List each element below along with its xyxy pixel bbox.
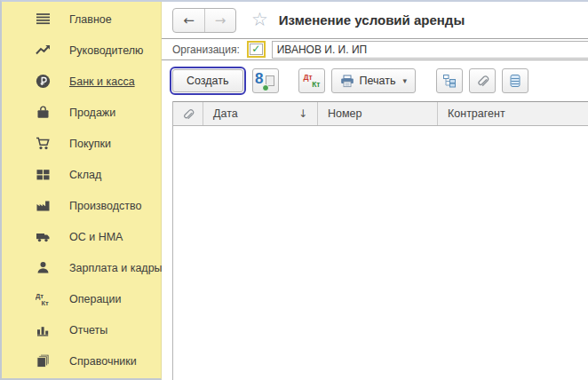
factory-icon xyxy=(36,198,57,213)
sidebar-item-proizvodstvo[interactable]: Производство xyxy=(2,190,161,221)
books-icon xyxy=(36,353,57,368)
history-nav: ← → xyxy=(172,8,236,33)
app-window: Главное Руководителю Банк и касса Продаж… xyxy=(0,0,588,380)
sidebar-item-glavnoe[interactable]: Главное xyxy=(2,4,161,35)
column-attachments[interactable] xyxy=(173,102,203,125)
truck-icon xyxy=(36,229,57,244)
column-number[interactable]: Номер xyxy=(318,102,438,125)
sidebar-item-pokupki[interactable]: Покупки xyxy=(2,128,161,159)
sidebar-item-label: Продажи xyxy=(69,107,115,119)
data-list-icon xyxy=(509,74,521,88)
menu-icon xyxy=(36,12,57,27)
sidebar-item-os-i-nma[interactable]: ОС и НМА xyxy=(2,221,161,252)
barchart-icon xyxy=(36,322,57,337)
favorite-star-icon[interactable]: ☆ xyxy=(251,11,268,29)
sidebar-item-label: Справочники xyxy=(69,355,137,368)
sidebar-item-label: Склад xyxy=(69,169,101,181)
register-list-button[interactable] xyxy=(502,68,528,93)
paperclip-icon xyxy=(475,74,489,88)
sidebar: Главное Руководителю Банк и касса Продаж… xyxy=(2,2,162,380)
document-structure-icon xyxy=(442,74,457,88)
dtkt-icon: Дт Кт xyxy=(303,72,321,90)
printer-icon xyxy=(340,75,354,88)
create-based-on-icon: 8 xyxy=(255,73,275,90)
dropdown-caret-icon: ▾ xyxy=(402,76,407,85)
sidebar-item-rukovoditelyu[interactable]: Руководителю xyxy=(2,35,161,66)
column-date[interactable]: Дата ↓ xyxy=(203,102,318,125)
sidebar-item-bank-i-kassa[interactable]: Банк и касса xyxy=(2,66,161,97)
sidebar-item-label: Покупки xyxy=(69,138,111,150)
toolbar: Создать 8 Дт Кт xyxy=(162,60,588,101)
column-date-label: Дата xyxy=(213,107,238,120)
sort-descending-icon: ↓ xyxy=(298,107,307,120)
print-button[interactable]: Печать ▾ xyxy=(331,68,416,93)
svg-text:Кт: Кт xyxy=(42,299,50,307)
person-icon xyxy=(36,260,57,275)
sidebar-item-zarplata-i-kadry[interactable]: Зарплата и кадры xyxy=(2,252,161,283)
main-panel: ← → ☆ Изменение условий аренды Организац… xyxy=(162,2,588,380)
sidebar-item-label: Отчеты xyxy=(69,324,107,336)
sidebar-item-label: Руководителю xyxy=(69,44,143,57)
column-counterparty[interactable]: Контрагент xyxy=(438,102,588,125)
sidebar-item-prodazhi[interactable]: Продажи xyxy=(2,97,161,128)
ruble-icon xyxy=(36,74,57,89)
paperclip-icon xyxy=(181,107,195,121)
page-title: Изменение условий аренды xyxy=(279,12,465,28)
create-based-on-button[interactable]: 8 xyxy=(252,68,279,93)
forward-button[interactable]: → xyxy=(204,9,235,32)
dtkt-gray-icon: ДтКт xyxy=(36,291,57,306)
bag-icon xyxy=(36,105,57,120)
sidebar-item-sklad[interactable]: Склад xyxy=(2,159,161,190)
check-icon: ✓ xyxy=(250,44,263,55)
organization-row: Организация: ✓ xyxy=(162,39,588,60)
sidebar-item-label: ОС и НМА xyxy=(69,231,123,243)
attachments-button[interactable] xyxy=(469,68,496,93)
sidebar-item-otchety[interactable]: Отчеты xyxy=(2,314,161,345)
table-header: Дата ↓ Номер Контрагент xyxy=(173,101,588,126)
print-button-label: Печать xyxy=(360,75,396,87)
table-body[interactable] xyxy=(173,126,588,380)
trend-icon xyxy=(36,43,57,58)
organization-input[interactable] xyxy=(272,41,588,59)
sidebar-item-operatsii[interactable]: ДтКт Операции xyxy=(2,283,161,314)
sidebar-item-label: Главное xyxy=(69,13,112,26)
back-button[interactable]: ← xyxy=(173,9,204,32)
sidebar-item-label: Производство xyxy=(69,200,142,212)
organization-label: Организация: xyxy=(172,44,240,56)
sidebar-item-label: Банк и касса xyxy=(69,75,135,88)
documents-table: Дата ↓ Номер Контрагент xyxy=(172,101,588,380)
show-postings-button[interactable]: Дт Кт xyxy=(298,68,325,93)
title-bar: ← → ☆ Изменение условий аренды xyxy=(162,2,588,39)
sidebar-item-label: Зарплата и кадры xyxy=(69,262,163,274)
sidebar-item-label: Операции xyxy=(69,293,121,305)
grid-icon xyxy=(36,167,57,182)
sidebar-item-spravochniki[interactable]: Справочники xyxy=(2,345,161,376)
organization-checkbox[interactable]: ✓ xyxy=(247,41,266,58)
create-button[interactable]: Создать xyxy=(172,69,243,92)
cart-icon xyxy=(36,136,57,151)
related-documents-button[interactable] xyxy=(436,68,463,93)
